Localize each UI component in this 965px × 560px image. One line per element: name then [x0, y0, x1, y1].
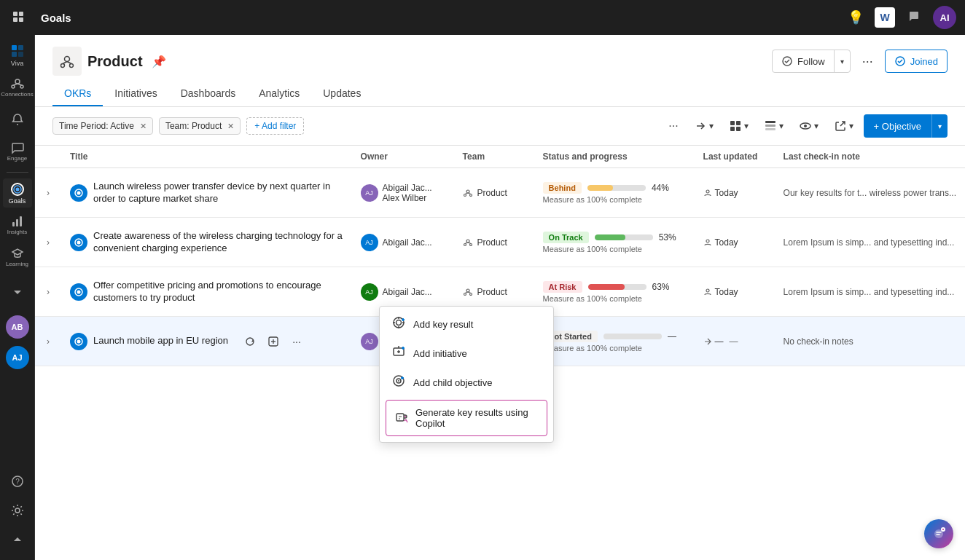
owner-avatar: AJ — [361, 184, 378, 202]
status-badge: Behind — [543, 182, 582, 194]
add-filter-button[interactable]: + Add filter — [246, 117, 304, 135]
tab-analytics[interactable]: Analytics — [247, 82, 311, 106]
share-view-button[interactable]: ▾ — [829, 117, 859, 135]
tab-updates[interactable]: Updates — [311, 82, 372, 106]
table-row: › Create awareness of the wir — [35, 218, 965, 267]
objective-button[interactable]: + Objective ▾ — [864, 114, 948, 138]
svg-rect-0 — [13, 12, 17, 16]
svg-line-27 — [67, 62, 71, 64]
svg-point-62 — [706, 289, 709, 292]
add-initiative-label: Add initiative — [413, 348, 467, 359]
filter-time-close[interactable]: ✕ — [140, 122, 146, 131]
nav-insights[interactable]: Insights — [3, 210, 32, 240]
follow-caret[interactable]: ▾ — [835, 50, 850, 72]
table-view-button[interactable]: ▾ — [759, 117, 789, 135]
svg-rect-6 — [12, 52, 17, 57]
user-avatar[interactable]: AI — [933, 6, 956, 29]
topbar-right: 💡 W AI — [845, 6, 956, 29]
more-button[interactable]: ··· — [856, 51, 879, 72]
nav-help[interactable]: ? — [3, 467, 32, 496]
progress-pct: — — [668, 331, 676, 342]
objective-button-main[interactable]: + Objective — [864, 114, 931, 138]
nav-engage[interactable]: Engage — [3, 137, 32, 166]
expand-icon: › — [44, 287, 52, 297]
row4-refresh-btn[interactable] — [240, 331, 260, 352]
row2-team-name: Product — [477, 237, 507, 248]
row2-updated: Today — [695, 218, 775, 267]
copilot-icon — [395, 411, 408, 426]
col-status-header: Status and progress — [534, 146, 695, 168]
filter-team-close[interactable]: ✕ — [227, 122, 234, 131]
row2-team: Product — [454, 218, 534, 267]
grid-view-button[interactable]: ▾ — [724, 117, 754, 135]
objective-icon — [70, 333, 87, 350]
row3-status: At Risk 63% Measure as 100% complete — [534, 267, 695, 317]
row1-expand[interactable]: › — [35, 168, 61, 218]
tab-dashboards[interactable]: Dashboards — [169, 82, 248, 106]
svg-rect-19 — [20, 216, 22, 226]
grid-menu-icon[interactable] — [9, 7, 29, 28]
svg-point-38 — [804, 125, 807, 127]
lightbulb-icon[interactable]: 💡 — [845, 7, 866, 28]
arrow-view-button[interactable]: ▾ — [689, 117, 719, 135]
row4-add-btn[interactable] — [263, 331, 284, 352]
nav-notifications[interactable] — [3, 105, 32, 134]
row3-team-name: Product — [477, 287, 507, 297]
nav-settings[interactable] — [3, 496, 32, 525]
filter-time[interactable]: Time Period: Active ✕ — [52, 117, 153, 135]
expand-icon: › — [44, 336, 52, 347]
row4-updated: — — — [695, 317, 775, 366]
joined-button[interactable]: Joined — [885, 50, 948, 73]
svg-line-45 — [468, 193, 471, 194]
svg-rect-5 — [18, 45, 23, 50]
checkin-text: No check-in notes — [784, 336, 853, 347]
row4-expand[interactable]: › — [35, 317, 61, 366]
tabs: OKRs Initiatives Dashboards Analytics Up… — [52, 82, 948, 106]
main-layout: Viva Connections Engage — [0, 35, 965, 560]
nav-viva[interactable]: Viva — [3, 41, 32, 70]
nav-goals[interactable]: Goals — [3, 178, 32, 208]
copilot-label: Generate key results using Copilot — [415, 407, 538, 429]
nav-user-avatar2[interactable]: AJ — [6, 346, 29, 369]
tab-okrs[interactable]: OKRs — [52, 82, 103, 106]
svg-rect-3 — [19, 17, 23, 22]
svg-point-9 — [12, 85, 15, 88]
svg-point-51 — [469, 243, 472, 245]
row1-title: Launch wireless power transfer device by… — [93, 181, 343, 205]
objective-button-caret[interactable]: ▾ — [931, 114, 948, 138]
copilot-fab[interactable] — [924, 519, 953, 548]
nav-connections[interactable]: Connections — [3, 73, 32, 102]
team-icon — [463, 237, 473, 248]
svg-rect-31 — [736, 121, 741, 125]
follow-button-main[interactable]: Follow — [773, 50, 835, 72]
follow-button[interactable]: Follow ▾ — [772, 50, 851, 73]
toolbar: Time Period: Active ✕ Team: Product ✕ + … — [35, 107, 965, 146]
menu-add-child-objective[interactable]: Add child objective — [380, 368, 553, 397]
row4-more-btn[interactable]: ··· — [286, 331, 307, 352]
filter-team[interactable]: Team: Product ✕ — [159, 117, 241, 135]
col-team-header: Team — [454, 146, 534, 168]
menu-generate-copilot[interactable]: Generate key results using Copilot — [386, 400, 547, 436]
nav-collapse[interactable] — [3, 277, 32, 307]
svg-text:?: ? — [15, 478, 20, 486]
nav-user-avatar1[interactable]: AB — [6, 315, 29, 339]
checkin-text: Lorem Ipsum is simp... and typesetting i… — [784, 287, 955, 297]
header-actions: Follow ▾ ··· Joined — [772, 50, 948, 73]
measure-text: Measure as 100% complete — [543, 245, 686, 253]
row2-expand[interactable]: › — [35, 218, 61, 267]
row3-expand[interactable]: › — [35, 267, 61, 317]
eye-view-button[interactable]: ▾ — [794, 117, 824, 135]
row4-title: Launch mobile app in EU region — [93, 335, 228, 347]
row1-team-name: Product — [477, 188, 507, 198]
word-icon[interactable]: W — [875, 7, 895, 28]
menu-add-initiative[interactable]: Add initiative — [380, 339, 553, 368]
account-icon[interactable] — [904, 7, 924, 28]
toolbar-more-button[interactable]: ··· — [663, 117, 684, 135]
menu-add-key-result[interactable]: Add key result — [380, 309, 553, 339]
nav-more-bottom[interactable] — [3, 525, 32, 554]
team-icon — [463, 188, 473, 198]
svg-point-46 — [706, 190, 709, 193]
tab-initiatives[interactable]: Initiatives — [103, 82, 168, 106]
svg-point-8 — [15, 79, 20, 84]
nav-learning[interactable]: Learning — [3, 242, 32, 272]
